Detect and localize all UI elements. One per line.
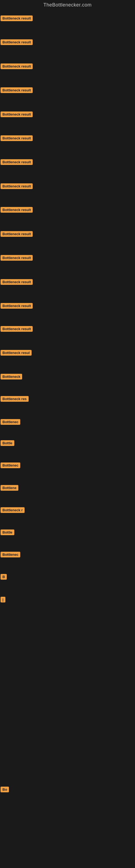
bottleneck-item: Bottle	[1, 440, 14, 447]
bottleneck-item: Bottle	[1, 529, 14, 536]
bottleneck-label: Bottleneck result	[1, 135, 33, 141]
bottleneck-item: Bottleneck result	[1, 326, 33, 333]
bottleneck-label: Bottleneck result	[1, 207, 33, 213]
bottleneck-label: Bottleneck result	[1, 303, 33, 309]
bottleneck-item: Bottleneck result	[1, 231, 33, 238]
bottleneck-item: Bottleneck result	[1, 87, 33, 94]
bottleneck-item: Bottleneck result	[1, 112, 33, 118]
bottleneck-label: Bottleneck r	[1, 507, 25, 513]
bottleneck-item: Bottlenec	[1, 463, 20, 469]
bottleneck-item: Bottleneck resul	[1, 350, 32, 357]
bottleneck-item: Bottleneck result	[1, 39, 33, 46]
page-wrapper: TheBottlenecker.com Bottleneck resultBot…	[0, 0, 135, 868]
bottleneck-label: B	[1, 574, 7, 580]
bottleneck-label: |	[1, 597, 5, 602]
bottleneck-item: Bottleneck result	[1, 303, 33, 310]
bottleneck-label: Bottleneck result	[1, 63, 33, 69]
bottleneck-item: Bottlenec	[1, 552, 20, 558]
bottleneck-label: Bottlene	[1, 485, 18, 491]
bottleneck-label: Bottlenec	[1, 463, 20, 468]
bottleneck-item: Bottleneck res	[1, 396, 29, 403]
bottleneck-item: Bottleneck result	[1, 255, 33, 262]
bottleneck-item: B	[1, 574, 7, 581]
bottleneck-label: Bottleneck result	[1, 183, 33, 189]
bottleneck-label: Bottleneck result	[1, 159, 33, 165]
bottleneck-label: Bottleneck resul	[1, 350, 32, 355]
bottleneck-item: Bottlenec	[1, 419, 20, 426]
bottleneck-label: Bottleneck result	[1, 255, 33, 261]
bottleneck-label: Bo	[1, 786, 9, 792]
bottleneck-label: Bottleneck result	[1, 16, 33, 21]
bottleneck-item: Bottleneck result	[1, 279, 33, 286]
bottleneck-label: Bottlenec	[1, 419, 20, 425]
bottleneck-label: Bottleneck result	[1, 39, 33, 45]
bottleneck-label: Bottleneck result	[1, 231, 33, 237]
bottleneck-item: Bottleneck result	[1, 135, 33, 142]
bottleneck-label: Bottleneck result	[1, 326, 33, 332]
bottleneck-item: Bo	[1, 786, 9, 794]
bottleneck-item: Bottleneck result	[1, 207, 33, 214]
bottleneck-label: Bottleneck res	[1, 396, 29, 402]
bottleneck-label: Bottle	[1, 529, 14, 535]
bottleneck-label: Bottle	[1, 440, 14, 446]
bottleneck-item: Bottleneck result	[1, 159, 33, 166]
bottleneck-item: |	[1, 597, 5, 603]
bottleneck-label: Bottleneck result	[1, 112, 33, 117]
bottleneck-item: Bottleneck result	[1, 16, 33, 22]
bottleneck-item: Bottleneck result	[1, 63, 33, 70]
bottleneck-label: Bottleneck result	[1, 279, 33, 285]
bottleneck-label: Bottleneck result	[1, 87, 33, 93]
bottleneck-label: Bottlenec	[1, 552, 20, 557]
site-title: TheBottlenecker.com	[0, 0, 135, 9]
bottleneck-item: Bottleneck r	[1, 507, 25, 514]
bottleneck-label: Bottleneck	[1, 374, 22, 379]
bottleneck-item: Bottleneck	[1, 374, 22, 380]
bottleneck-item: Bottlene	[1, 485, 18, 492]
bottleneck-item: Bottleneck result	[1, 183, 33, 190]
